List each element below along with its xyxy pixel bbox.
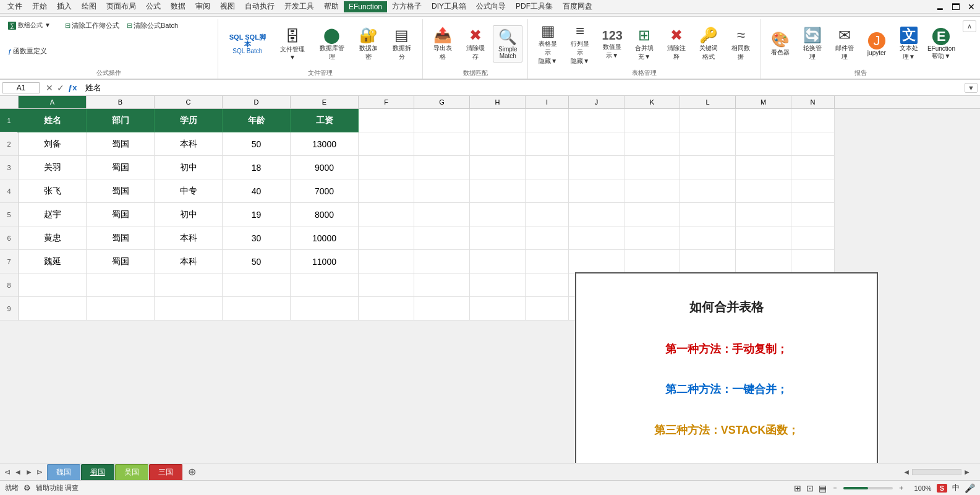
empty-cell-M4[interactable] bbox=[736, 179, 791, 203]
sheet-nav-next[interactable]: ► bbox=[23, 468, 35, 476]
empty-cell-F3[interactable] bbox=[359, 156, 414, 179]
empty-cell-I7[interactable] bbox=[526, 250, 569, 273]
data-cell[interactable]: 关羽 bbox=[19, 156, 87, 179]
empty-cell-F6[interactable] bbox=[359, 226, 414, 250]
cell-H1[interactable] bbox=[470, 109, 526, 132]
data-cell[interactable] bbox=[291, 273, 359, 297]
empty-cell-L6[interactable] bbox=[680, 226, 736, 250]
menu-efunction[interactable]: EFunction bbox=[344, 1, 387, 12]
view-break-icon[interactable]: ▤ bbox=[819, 483, 827, 493]
empty-cell-N3[interactable] bbox=[791, 156, 835, 179]
cell-N1[interactable] bbox=[791, 109, 835, 132]
empty-cell-M3[interactable] bbox=[736, 156, 791, 179]
empty-cell-G3[interactable] bbox=[414, 156, 470, 179]
view-layout-icon[interactable]: ⊡ bbox=[806, 483, 814, 493]
empty-cell-K2[interactable] bbox=[624, 132, 680, 156]
data-cell[interactable]: 本科 bbox=[155, 250, 223, 273]
formula-expand-icon[interactable]: ▼ bbox=[965, 83, 978, 93]
simple-match-btn[interactable]: 🔍 SimpleMatch bbox=[493, 25, 522, 62]
table-show-btn[interactable]: ▦ 表格显示隐藏▼ bbox=[533, 19, 563, 69]
empty-cell-N4[interactable] bbox=[791, 179, 835, 203]
empty-cell-F2[interactable] bbox=[359, 132, 414, 156]
data-cell[interactable]: 蜀国 bbox=[87, 132, 155, 156]
menu-ffgz[interactable]: 方方格子 bbox=[387, 0, 427, 13]
menu-devtools[interactable]: 开发工具 bbox=[279, 0, 319, 13]
empty-cell-L5[interactable] bbox=[680, 203, 736, 226]
data-cell[interactable] bbox=[223, 297, 291, 321]
menu-autoexec[interactable]: 自动执行 bbox=[240, 0, 279, 13]
data-cell[interactable]: 本科 bbox=[155, 132, 223, 156]
data-cell[interactable]: 魏延 bbox=[19, 250, 87, 273]
minimize-icon[interactable]: 🗕 bbox=[933, 2, 947, 12]
array-formula-btn[interactable]: ∑ 数组公式 ▼ bbox=[5, 19, 61, 32]
menu-view[interactable]: 视图 bbox=[215, 0, 240, 13]
data-cell[interactable]: 本科 bbox=[155, 226, 223, 250]
cell-M1[interactable] bbox=[736, 109, 791, 132]
same-data-btn[interactable]: ≈ 相同数据 bbox=[726, 24, 756, 64]
cell-F1[interactable] bbox=[359, 109, 414, 132]
menu-formula-guide[interactable]: 公式向导 bbox=[471, 0, 511, 13]
empty-cell-I9[interactable] bbox=[526, 297, 569, 321]
data-cell[interactable]: 18 bbox=[223, 156, 291, 179]
empty-cell-F7[interactable] bbox=[359, 250, 414, 273]
data-cell[interactable]: 13000 bbox=[291, 132, 359, 156]
data-cell[interactable]: 蜀国 bbox=[87, 156, 155, 179]
cell-C1[interactable]: 学历 bbox=[155, 109, 223, 132]
empty-cell-J6[interactable] bbox=[569, 226, 624, 250]
mic-icon[interactable]: 🎤 bbox=[965, 483, 975, 493]
sheet-tab-wuguo[interactable]: 吴国 bbox=[115, 464, 148, 480]
empty-cell-K4[interactable] bbox=[624, 179, 680, 203]
text-process-btn[interactable]: 文 文本处理▼ bbox=[894, 24, 924, 64]
empty-cell-J2[interactable] bbox=[569, 132, 624, 156]
empty-cell-K3[interactable] bbox=[624, 156, 680, 179]
empty-cell-G5[interactable] bbox=[414, 203, 470, 226]
menu-formula[interactable]: 公式 bbox=[141, 0, 166, 13]
cell-A1[interactable]: 姓名 bbox=[19, 109, 87, 132]
empty-cell-L3[interactable] bbox=[680, 156, 736, 179]
data-cell[interactable]: 蜀国 bbox=[87, 203, 155, 226]
data-cell[interactable]: 40 bbox=[223, 179, 291, 203]
clear-workbook-formula-btn[interactable]: ⊟清除工作簿公式 bbox=[62, 19, 122, 32]
menu-review[interactable]: 审阅 bbox=[190, 0, 215, 13]
menu-baidu[interactable]: 百度网盘 bbox=[558, 0, 597, 13]
cell-L1[interactable] bbox=[680, 109, 736, 132]
empty-cell-J4[interactable] bbox=[569, 179, 624, 203]
data-cell[interactable]: 赵宇 bbox=[19, 203, 87, 226]
empty-cell-H7[interactable] bbox=[470, 250, 526, 273]
empty-cell-I3[interactable] bbox=[526, 156, 569, 179]
empty-cell-F9[interactable] bbox=[359, 297, 414, 321]
h-scrollbar-track[interactable] bbox=[912, 469, 961, 475]
h-scroll-left[interactable]: ◄ bbox=[901, 468, 912, 476]
cell-J1[interactable] bbox=[569, 109, 624, 132]
data-cell[interactable]: 初中 bbox=[155, 203, 223, 226]
empty-cell-F4[interactable] bbox=[359, 179, 414, 203]
keyword-format-btn[interactable]: 🔑 关键词格式 bbox=[694, 24, 723, 64]
empty-cell-L7[interactable] bbox=[680, 250, 736, 273]
rotate-manage-btn[interactable]: 🔄 轮换管理 bbox=[798, 24, 827, 64]
data-encrypt-btn[interactable]: 🔐 数据加密 bbox=[352, 24, 383, 64]
empty-cell-H4[interactable] bbox=[470, 179, 526, 203]
view-normal-icon[interactable]: ⊞ bbox=[794, 483, 801, 493]
empty-cell-L4[interactable] bbox=[680, 179, 736, 203]
empty-cell-M2[interactable] bbox=[736, 132, 791, 156]
menu-layout[interactable]: 页面布局 bbox=[101, 0, 141, 13]
export-table-btn[interactable]: 📤 导出表格 bbox=[428, 24, 458, 64]
h-scroll-right[interactable]: ► bbox=[961, 468, 973, 476]
empty-cell-H9[interactable] bbox=[470, 297, 526, 321]
empty-cell-N5[interactable] bbox=[791, 203, 835, 226]
empty-cell-I5[interactable] bbox=[526, 203, 569, 226]
sheet-tab-sanguo[interactable]: 三国 bbox=[149, 464, 182, 480]
empty-cell-N7[interactable] bbox=[791, 250, 835, 273]
db-manage-btn[interactable]: ⬤ 数据库管理 bbox=[313, 24, 351, 64]
empty-cell-H6[interactable] bbox=[470, 226, 526, 250]
empty-cell-L2[interactable] bbox=[680, 132, 736, 156]
empty-cell-M7[interactable] bbox=[736, 250, 791, 273]
empty-cell-I4[interactable] bbox=[526, 179, 569, 203]
data-cell[interactable]: 刘备 bbox=[19, 132, 87, 156]
close-icon[interactable]: ✕ bbox=[965, 2, 978, 12]
empty-cell-H5[interactable] bbox=[470, 203, 526, 226]
input-method-chinese[interactable]: 中 bbox=[952, 483, 960, 493]
data-split-btn[interactable]: ▤ 数据拆分 bbox=[386, 24, 417, 64]
empty-cell-H8[interactable] bbox=[470, 273, 526, 297]
data-cell[interactable]: 8000 bbox=[291, 203, 359, 226]
